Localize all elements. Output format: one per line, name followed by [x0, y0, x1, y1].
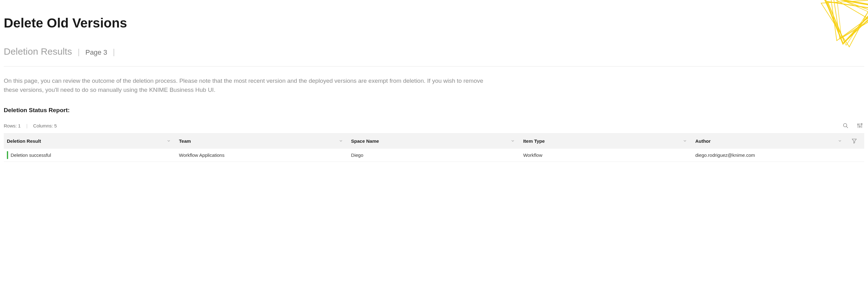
cell-team: Workflow Applications	[176, 149, 348, 162]
svg-point-12	[858, 124, 859, 125]
column-header-author[interactable]: Author	[692, 133, 847, 149]
column-label: Team	[179, 138, 191, 144]
report-title: Deletion Status Report:	[4, 107, 864, 114]
rows-count: Rows: 1	[4, 123, 21, 128]
cell-item-type: Workflow	[520, 149, 692, 162]
chevron-down-icon	[510, 139, 515, 143]
settings-button[interactable]	[856, 121, 864, 130]
search-icon	[842, 123, 849, 129]
breadcrumb: Deletion Results | Page 3 |	[4, 46, 864, 57]
page-title: Delete Old Versions	[4, 15, 864, 31]
breadcrumb-page: Page 3	[85, 48, 107, 57]
search-button[interactable]	[841, 121, 850, 130]
filter-button[interactable]	[850, 137, 858, 145]
column-label: Item Type	[523, 138, 545, 144]
chevron-down-icon	[166, 139, 171, 143]
column-header-filter	[847, 133, 864, 149]
table-row[interactable]: Deletion successful Workflow Application…	[4, 149, 864, 162]
cell-author: diego.rodriguez@knime.com	[692, 149, 847, 162]
deletion-status-table: Deletion Result Team	[4, 133, 864, 162]
chevron-down-icon	[838, 139, 842, 143]
column-header-item-type[interactable]: Item Type	[520, 133, 692, 149]
cell-deletion-result: Deletion successful	[4, 149, 176, 162]
cell-space-name: Diego	[348, 149, 520, 162]
breadcrumb-section: Deletion Results	[4, 46, 72, 57]
page-description: On this page, you can review the outcome…	[4, 76, 485, 94]
columns-count: Columns: 5	[33, 123, 57, 128]
chevron-down-icon	[339, 139, 343, 143]
column-header-deletion-result[interactable]: Deletion Result	[4, 133, 176, 149]
svg-point-14	[861, 123, 862, 124]
chevron-down-icon	[683, 139, 687, 143]
svg-point-13	[859, 126, 860, 127]
svg-point-7	[843, 123, 847, 127]
column-label: Deletion Result	[7, 138, 41, 144]
filter-icon	[851, 138, 857, 144]
column-header-team[interactable]: Team	[176, 133, 348, 149]
counts-separator: |	[26, 123, 28, 128]
divider	[4, 66, 864, 67]
breadcrumb-separator: |	[113, 47, 115, 57]
svg-line-8	[846, 127, 848, 128]
table-header-row: Deletion Result Team	[4, 133, 864, 149]
cell-actions	[847, 149, 864, 162]
table-counts: Rows: 1 | Columns: 5	[4, 123, 57, 128]
sliders-icon	[857, 123, 863, 129]
column-label: Space Name	[351, 138, 379, 144]
svg-marker-15	[852, 139, 857, 143]
column-label: Author	[695, 138, 711, 144]
column-header-space-name[interactable]: Space Name	[348, 133, 520, 149]
breadcrumb-separator: |	[78, 47, 80, 57]
